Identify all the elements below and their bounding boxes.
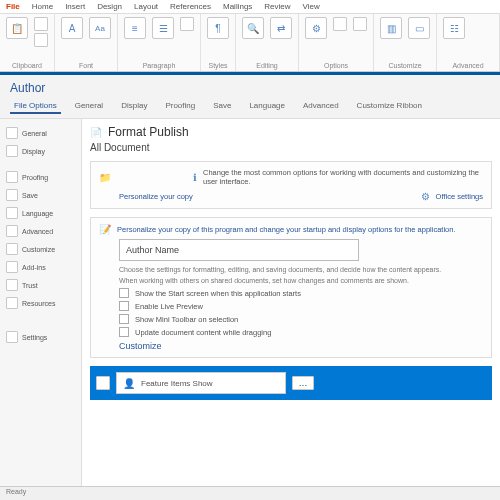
check-start-screen[interactable]: Show the Start screen when this applicat… [119, 288, 483, 298]
replace-icon[interactable]: ⇄ [270, 17, 292, 39]
side-display[interactable]: Display [4, 143, 77, 159]
ribbon-group-clipboard: 📋 Clipboard [0, 14, 55, 71]
side-pane: General Display Proofing Save Language A… [0, 119, 82, 490]
content-subheading: All Document [90, 142, 492, 153]
tab-file[interactable]: File [6, 2, 20, 11]
content-heading: 📄 Format Publish [90, 125, 492, 139]
side-trust[interactable]: Trust [4, 277, 77, 293]
person-icon: 👤 [123, 378, 135, 389]
lang-icon [6, 207, 18, 219]
tab-insert[interactable]: Insert [65, 2, 85, 11]
info-card: 📁 ℹ Change the most common options for w… [90, 161, 492, 209]
options-card: 📝 Personalize your copy of this program … [90, 217, 492, 358]
check-live-preview[interactable]: Enable Live Preview [119, 301, 483, 311]
opt-a-icon[interactable] [333, 17, 347, 31]
status-text: Ready [6, 488, 26, 495]
subtab-proofing[interactable]: Proofing [161, 99, 199, 114]
styles-icon[interactable]: ¶ [207, 17, 229, 39]
subtab-advanced[interactable]: Advanced [299, 99, 343, 114]
folder-icon: 📁 [99, 172, 111, 183]
side-resources[interactable]: Resources [4, 295, 77, 311]
font-size-icon[interactable]: Aa [89, 17, 111, 39]
note-icon: 📝 [99, 224, 111, 235]
copy-icon[interactable] [34, 33, 48, 47]
ribbon-group-customize: ▥ ▭ Customize [374, 14, 437, 71]
ribbon-group-styles: ¶ Styles [201, 14, 236, 71]
font-icon[interactable]: A [61, 17, 83, 39]
opt-b-icon[interactable] [353, 17, 367, 31]
checkbox-icon[interactable] [119, 288, 129, 298]
side-settings[interactable]: Settings [4, 329, 77, 345]
subtab-display[interactable]: Display [117, 99, 151, 114]
customize-icon[interactable]: ▥ [380, 17, 402, 39]
ribbon-tabs: File Home Insert Design Layout Reference… [0, 0, 500, 14]
tab-references[interactable]: References [170, 2, 211, 11]
trust-icon [6, 279, 18, 291]
list-icon[interactable]: ☰ [152, 17, 174, 39]
card-link-personalize[interactable]: Personalize your copy [119, 192, 193, 201]
align-icon[interactable]: ≡ [124, 17, 146, 39]
side-language[interactable]: Language [4, 205, 77, 221]
desc-2: When working with others on shared docum… [119, 276, 483, 285]
side-addins[interactable]: Add-ins [4, 259, 77, 275]
checkbox-icon[interactable] [119, 314, 129, 324]
check-update-drag[interactable]: Update document content while dragging [119, 327, 483, 337]
feature-select[interactable]: 👤 Feature Items Show [116, 372, 286, 394]
display-icon [6, 145, 18, 157]
group-label: Editing [242, 62, 292, 69]
settings-icon: ⚙ [421, 191, 430, 202]
ribbon-group-font: A Aa Font [55, 14, 118, 71]
adv-icon[interactable]: ☷ [443, 17, 465, 39]
tab-layout[interactable]: Layout [134, 2, 158, 11]
desc-1: Choose the settings for formatting, edit… [119, 265, 483, 274]
subtab-file-options[interactable]: File Options [10, 99, 61, 114]
tab-view[interactable]: View [303, 2, 320, 11]
side-save[interactable]: Save [4, 187, 77, 203]
ribbon-group-options: ⚙ Options [299, 14, 374, 71]
tab-home[interactable]: Home [32, 2, 53, 11]
side-proofing[interactable]: Proofing [4, 169, 77, 185]
more-button[interactable]: … [292, 376, 314, 390]
cut-icon[interactable] [34, 17, 48, 31]
group-label: Options [305, 62, 367, 69]
checkbox-icon[interactable] [119, 327, 129, 337]
subtab-save[interactable]: Save [209, 99, 235, 114]
content-area: 📄 Format Publish All Document 📁 ℹ Change… [82, 119, 500, 490]
author-name-input[interactable]: Author Name [119, 239, 359, 261]
customize-link[interactable]: Customize [119, 341, 483, 351]
tab-mailings[interactable]: Mailings [223, 2, 252, 11]
doc-icon [6, 127, 18, 139]
heading-icon: 📄 [90, 127, 102, 138]
tab-design[interactable]: Design [97, 2, 122, 11]
addin-icon [6, 261, 18, 273]
group-label: Clipboard [6, 62, 48, 69]
group-label: Advanced [443, 62, 493, 69]
ribbon-icon[interactable]: ▭ [408, 17, 430, 39]
checkbox-icon[interactable] [119, 301, 129, 311]
feature-icon[interactable] [96, 376, 110, 390]
group-label: Styles [207, 62, 229, 69]
subtab-customize-ribbon[interactable]: Customize Ribbon [353, 99, 426, 114]
paste-icon[interactable]: 📋 [6, 17, 28, 39]
ribbon: 📋 Clipboard A Aa Font ≡ ☰ Paragraph ¶ St… [0, 14, 500, 72]
ribbon-group-advanced: ☷ Advanced [437, 14, 500, 71]
highlight-row: 👤 Feature Items Show … [90, 366, 492, 400]
gear-icon [6, 331, 18, 343]
subtab-general[interactable]: General [71, 99, 107, 114]
sub-tabs: File Options General Display Proofing Sa… [0, 99, 500, 119]
side-advanced[interactable]: Advanced [4, 223, 77, 239]
find-icon[interactable]: 🔍 [242, 17, 264, 39]
ribbon-group-paragraph: ≡ ☰ Paragraph [118, 14, 201, 71]
page-subtitle: Author [0, 75, 500, 99]
side-general[interactable]: General [4, 125, 77, 141]
subtab-language[interactable]: Language [245, 99, 289, 114]
section-title: Personalize your copy of this program an… [117, 225, 456, 234]
info-icon: ℹ [193, 172, 197, 183]
tab-review[interactable]: Review [264, 2, 290, 11]
options-icon[interactable]: ⚙ [305, 17, 327, 39]
group-label: Paragraph [124, 62, 194, 69]
side-customize[interactable]: Customize [4, 241, 77, 257]
indent-icon[interactable] [180, 17, 194, 31]
check-mini-toolbar[interactable]: Show Mini Toolbar on selection [119, 314, 483, 324]
card-link-office[interactable]: Office settings [436, 192, 483, 201]
